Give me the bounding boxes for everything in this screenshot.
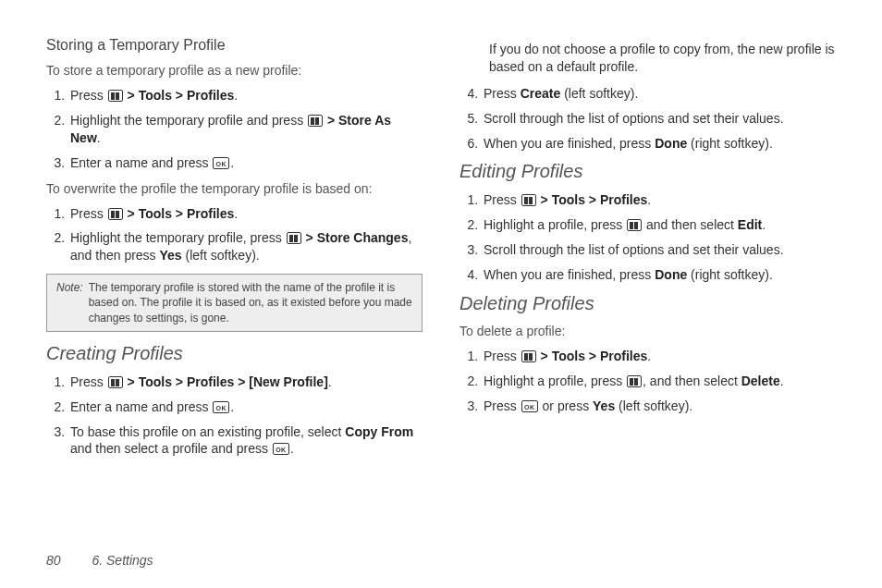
text: Press [70,88,107,103]
list-item: Enter a name and press . [68,398,423,416]
note-label: Note: [56,280,83,325]
breadcrumb-separator: > [234,374,249,389]
text: Highlight the temporary profile, press [70,230,286,245]
list-item: Press > Tools > Profiles. [482,191,836,209]
ok-icon [213,401,229,413]
list-item: When you are finished, press Done (right… [482,135,836,153]
text: Highlight a profile, press [484,217,626,232]
list-item: Press > Tools > Profiles > [New Profile]… [68,374,423,391]
list-overwrite: Press > Tools > Profiles. Highlight the … [63,205,423,265]
menu-path-tools: Tools [139,206,172,221]
intro-overwrite: To overwrite the profile the temporary p… [46,181,423,196]
list-deleting: Press > Tools > Profiles. Highlight a pr… [476,348,836,415]
list-item: To base this profile on an existing prof… [68,423,423,459]
text: and then select [643,217,738,232]
breadcrumb-separator: > [537,349,552,363]
text: and then select a profile and press [70,441,272,456]
text: Press [484,86,521,101]
heading-storing-temp-profile: Storing a Temporary Profile [46,37,423,54]
list-item: Press > Tools > Profiles. [482,348,836,365]
text: When you are finished, press [484,136,655,151]
softkey-yes: Yes [160,248,182,263]
list-item: Highlight the temporary profile, press >… [68,229,423,264]
list-item: Scroll through the list of options and s… [482,110,836,128]
text: Press [484,349,521,363]
menu-path-profiles: Profiles [600,349,647,363]
menu-icon [108,376,123,388]
breadcrumb-separator: > [172,374,187,389]
softkey-create: Create [521,86,561,101]
breadcrumb-separator: > [124,88,139,103]
menu-path-tools: Tools [552,192,585,207]
text: . [328,374,332,389]
text: Press [70,374,107,389]
text: . [230,155,234,170]
breadcrumb-separator: > [585,349,600,363]
menu-icon [308,115,323,127]
breadcrumb-separator: > [124,206,139,221]
list-item-continuation: If you do not choose a profile to copy f… [487,41,836,76]
softkey-yes: Yes [593,398,615,413]
text: . [762,217,766,232]
list-item: Scroll through the list of options and s… [482,241,836,259]
list-item: Press > Tools > Profiles. [68,87,423,104]
intro-delete: To delete a profile: [459,324,836,338]
text: Highlight the temporary profile and pres… [70,113,307,128]
page-columns: Storing a Temporary Profile To store a t… [46,37,836,536]
text: . [290,441,294,456]
list-item: Enter a name and press . [68,154,423,172]
text: , and then select [643,374,741,388]
list-item: Highlight a profile, press and then sele… [482,216,836,234]
text: Enter a name and press [70,399,212,414]
menu-icon [521,194,536,206]
heading-deleting-profiles: Deleting Profiles [459,293,836,314]
text: Press [70,206,107,221]
ok-icon [273,443,289,455]
menu-path-tools: Tools [552,349,585,363]
text: (right softkey). [687,136,773,151]
list-item: Press > Tools > Profiles. [68,205,423,223]
list-creating: Press > Tools > Profiles > [New Profile]… [63,374,423,459]
option-copy-from: Copy From [345,424,413,439]
text: . [647,349,651,363]
text: . [97,130,101,145]
softkey-done: Done [655,267,687,282]
list-editing: Press > Tools > Profiles. Highlight a pr… [476,191,836,284]
list-creating-continued: Press Create (left softkey). Scroll thro… [476,85,836,153]
list-item: Press Create (left softkey). [482,85,836,103]
text: . [780,374,784,388]
text: (left softkey). [615,398,692,413]
text: . [230,399,234,414]
list-item: Highlight a profile, press , and then se… [482,373,836,390]
left-column: Storing a Temporary Profile To store a t… [46,37,423,536]
menu-path-store-changes: Store Changes [317,230,409,245]
menu-path-tools: Tools [139,374,172,389]
text: Highlight a profile, press [484,374,626,388]
breadcrumb-separator: > [585,192,600,207]
breadcrumb-separator: > [302,230,317,245]
list-item: Highlight the temporary profile and pres… [68,112,423,147]
ok-icon [213,157,229,169]
menu-path-profiles: Profiles [187,206,234,221]
list-item: When you are finished, press Done (right… [482,266,836,284]
menu-icon [108,90,123,102]
page-number: 80 [46,553,61,568]
text: (left softkey). [560,86,638,101]
option-edit: Edit [738,217,762,232]
breadcrumb-separator: > [324,113,338,128]
menu-icon [108,208,123,220]
page-footer: 80 6. Settings [46,553,153,568]
section-title: 6. Settings [92,553,153,568]
breadcrumb-separator: > [537,192,552,207]
menu-icon [627,375,642,387]
menu-icon [287,232,301,244]
text: Enter a name and press [70,155,212,170]
list-creating-continued-wrap: If you do not choose a profile to copy f… [476,41,836,76]
list-store-new: Press > Tools > Profiles. Highlight the … [63,87,423,172]
menu-path-new-profile: [New Profile] [249,374,328,389]
text: Press [484,398,521,413]
heading-creating-profiles: Creating Profiles [46,343,423,364]
text: When you are finished, press [484,267,655,282]
intro-store-new: To store a temporary profile as a new pr… [46,63,423,78]
text: (right softkey). [687,267,773,282]
